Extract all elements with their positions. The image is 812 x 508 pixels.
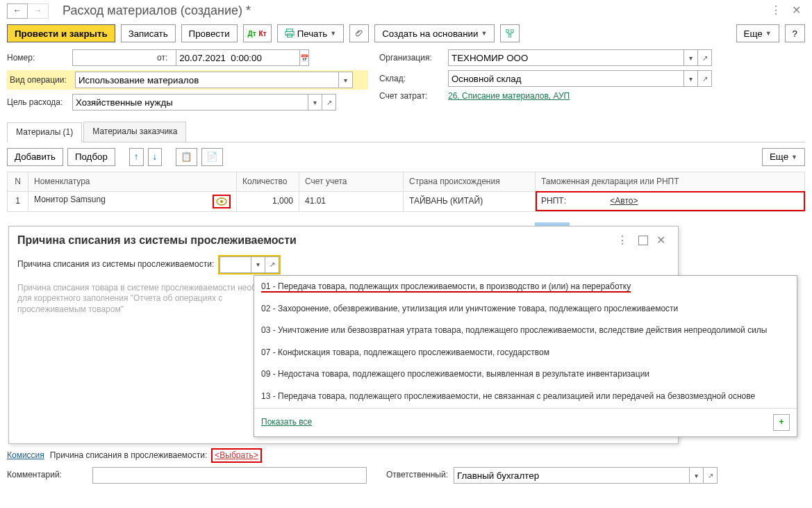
- chevron-down-icon[interactable]: ▾: [251, 256, 265, 273]
- tab-customer-materials[interactable]: Материалы заказчика: [83, 122, 186, 142]
- menu-dots-icon[interactable]: ⋮: [765, 3, 788, 18]
- hierarchy-icon: [505, 28, 515, 38]
- chevron-down-icon[interactable]: ▾: [339, 72, 353, 88]
- chevron-down-icon[interactable]: ▾: [684, 70, 698, 87]
- dt-kt-button[interactable]: ДтКт: [243, 24, 272, 42]
- cell-acc[interactable]: 41.01: [299, 191, 404, 211]
- print-button[interactable]: Печать▼: [277, 24, 345, 42]
- svg-point-7: [220, 200, 223, 203]
- materials-table: N Номенклатура Количество Счет учета Стр…: [7, 172, 805, 212]
- purpose-input[interactable]: [72, 94, 308, 110]
- gtd-label: РНПТ:: [541, 196, 566, 206]
- warehouse-input[interactable]: [448, 70, 684, 87]
- trace-icon[interactable]: [216, 197, 227, 206]
- svg-rect-4: [511, 30, 514, 33]
- number-label: Номер:: [7, 53, 69, 64]
- tab-materials[interactable]: Материалы (1): [7, 122, 82, 142]
- printer-icon: [285, 28, 295, 38]
- reason-option[interactable]: 07 - Конфискация товара, подлежащего про…: [254, 342, 797, 364]
- commission-link[interactable]: Комиссия: [7, 450, 44, 461]
- table-row[interactable]: 1 Монитор Samsung 1,000 41.01 ТАЙВАНЬ (К…: [8, 191, 805, 211]
- popup-title: Причина списания из системы прослеживаем…: [17, 233, 297, 248]
- open-ref-icon[interactable]: ↗: [265, 256, 279, 273]
- reason-option[interactable]: 03 - Уничтожение или безвозвратная утрат…: [254, 320, 797, 342]
- popup-maximize-icon[interactable]: [638, 236, 648, 245]
- comment-input[interactable]: [92, 467, 367, 484]
- open-ref-icon[interactable]: ↗: [704, 467, 718, 484]
- date-input[interactable]: [176, 49, 300, 66]
- reason-input[interactable]: [219, 256, 251, 273]
- close-icon[interactable]: ✕: [788, 3, 805, 18]
- reason-option[interactable]: 09 - Недостача товара, подлежащего просл…: [254, 363, 797, 386]
- responsible-label: Ответственный:: [386, 470, 448, 481]
- responsible-input[interactable]: [454, 467, 690, 484]
- page-title: Расход материалов (создание) *: [63, 3, 251, 19]
- trace-reason-select[interactable]: <Выбрать>: [213, 450, 260, 462]
- svg-rect-5: [509, 35, 512, 38]
- cost-account-link[interactable]: 26, Списание материалов, АУП: [448, 91, 570, 102]
- col-nomen: Номенклатура: [28, 172, 237, 191]
- open-ref-icon[interactable]: ↗: [698, 49, 712, 66]
- post-and-close-button[interactable]: Провести и закрыть: [7, 24, 115, 42]
- popup-dots-icon[interactable]: ⋮: [611, 233, 634, 248]
- help-button[interactable]: ?: [785, 24, 805, 42]
- cell-qty[interactable]: 1,000: [237, 191, 299, 211]
- show-all-link[interactable]: Показать все: [261, 417, 312, 428]
- col-acc: Счет учета: [299, 172, 404, 191]
- reason-option[interactable]: 13 - Передача товара, подлежащего просле…: [254, 386, 797, 408]
- col-gtd: Таможенная декларация или РНПТ: [536, 172, 805, 191]
- copy-button[interactable]: 📋: [176, 148, 197, 166]
- org-input[interactable]: [448, 49, 684, 66]
- gtd-auto-link[interactable]: <Авто>: [610, 196, 638, 206]
- reason-popup: Причина списания из системы прослеживаем…: [8, 226, 679, 444]
- comment-label: Комментарий:: [7, 470, 87, 481]
- create-based-button[interactable]: Создать на основании▼: [374, 24, 495, 42]
- svg-rect-3: [506, 30, 509, 33]
- purpose-label: Цель расхода:: [7, 97, 69, 108]
- optype-input[interactable]: [75, 72, 339, 88]
- from-label: от:: [157, 53, 167, 64]
- more-button[interactable]: Еще▼: [736, 24, 779, 42]
- chevron-down-icon[interactable]: ▾: [308, 94, 322, 110]
- open-ref-icon[interactable]: ↗: [322, 94, 336, 110]
- col-country: Страна происхождения: [404, 172, 536, 191]
- svg-rect-0: [286, 29, 292, 32]
- col-qty: Количество: [237, 172, 299, 191]
- reason-option[interactable]: 01 - Передача товара, подлежащих прослеж…: [254, 276, 797, 298]
- col-n: N: [8, 172, 28, 191]
- forward-button[interactable]: →: [28, 3, 49, 19]
- optype-label: Вид операции:: [10, 75, 72, 86]
- calendar-icon[interactable]: 📅: [300, 49, 309, 66]
- warehouse-label: Склад:: [379, 74, 445, 85]
- trace-reason-label: Причина списания в прослеживаемости:: [50, 450, 208, 461]
- cell-n: 1: [8, 191, 28, 211]
- org-label: Организация:: [379, 53, 445, 64]
- back-button[interactable]: ←: [7, 3, 28, 19]
- reason-option[interactable]: 02 - Захоронение, обезвреживание, утилиз…: [254, 298, 797, 320]
- structure-button[interactable]: [500, 24, 520, 42]
- save-button[interactable]: Записать: [121, 24, 176, 42]
- reason-field-label: Причина списания из системы прослеживаем…: [17, 259, 214, 270]
- open-ref-icon[interactable]: ↗: [698, 70, 712, 87]
- cell-nomen[interactable]: Монитор Samsung: [28, 191, 237, 211]
- popup-close-icon[interactable]: ✕: [652, 233, 670, 248]
- chevron-down-icon[interactable]: ▾: [690, 467, 704, 484]
- table-more-button[interactable]: Еще▼: [762, 148, 805, 166]
- add-row-button[interactable]: Добавить: [7, 148, 63, 166]
- svg-rect-1: [285, 32, 294, 35]
- pick-button[interactable]: Подбор: [67, 148, 115, 166]
- chevron-down-icon[interactable]: ▾: [684, 49, 698, 66]
- post-button[interactable]: Провести: [181, 24, 238, 42]
- cell-country[interactable]: ТАЙВАНЬ (КИТАЙ): [404, 191, 536, 211]
- move-up-button[interactable]: ↑: [129, 148, 144, 166]
- paste-button[interactable]: 📄: [201, 148, 223, 166]
- cell-gtd[interactable]: РНПТ: <Авто>: [536, 191, 805, 211]
- reason-dropdown: 01 - Передача товара, подлежащих прослеж…: [254, 275, 797, 437]
- attach-button[interactable]: [349, 24, 369, 42]
- paperclip-icon: [354, 28, 364, 38]
- add-reason-button[interactable]: +: [773, 414, 790, 431]
- move-down-button[interactable]: ↓: [148, 148, 163, 166]
- cost-account-label: Счет затрат:: [379, 91, 445, 102]
